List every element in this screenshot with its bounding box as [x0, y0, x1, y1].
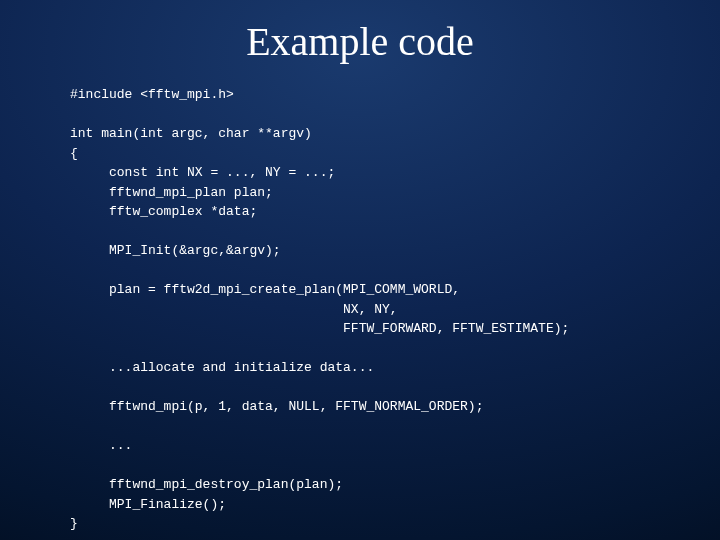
- slide-title: Example code: [40, 18, 680, 65]
- slide: Example code #include <fftw_mpi.h> int m…: [0, 0, 720, 540]
- code-block: #include <fftw_mpi.h> int main(int argc,…: [70, 85, 680, 534]
